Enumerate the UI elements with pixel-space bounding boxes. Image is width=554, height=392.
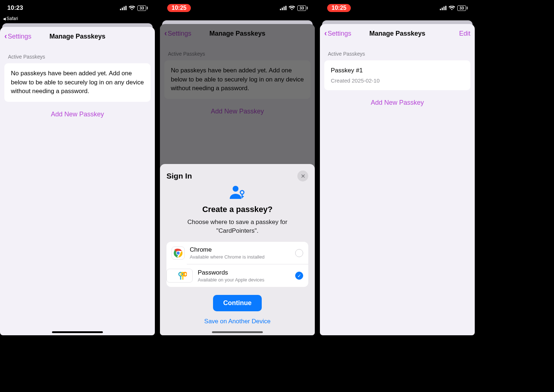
back-button[interactable]: ‹ Settings (4, 32, 31, 40)
back-label: Settings (328, 30, 351, 37)
empty-state-text: No passkeys have been added yet. Add one… (11, 70, 144, 95)
battery-icon: 33 (297, 5, 308, 11)
svg-rect-20 (440, 9, 441, 10)
passkey-name: Passkey #1 (331, 66, 464, 75)
nav-bar: ‹ Settings Manage Passkeys (0, 27, 155, 46)
svg-rect-5 (282, 8, 283, 10)
add-new-passkey-button[interactable]: Add New Passkey (0, 102, 155, 127)
svg-rect-2 (124, 7, 125, 10)
battery-icon: 33 (137, 5, 148, 11)
passkey-icon (166, 185, 308, 201)
option-desc: Available where Chrome is installed (190, 254, 290, 260)
phone-screen-3: 10:25 33 ‹ Settings Manage Passkeys Edit (320, 0, 475, 335)
passkey-created: Created 2025-02-10 (331, 77, 464, 85)
cellular-icon (120, 6, 127, 10)
status-right: 33 (440, 5, 467, 11)
svg-point-9 (240, 191, 244, 194)
status-time: 10:23 (7, 4, 23, 12)
svg-rect-3 (125, 6, 127, 10)
content-area: ‹ Settings Manage Passkeys Active Passke… (160, 24, 315, 335)
chevron-left-icon: ‹ (4, 32, 7, 40)
status-right: 33 (280, 5, 308, 11)
status-bar: 10:25 33 (160, 0, 315, 16)
nav-bar: ‹ Settings Manage Passkeys Edit (320, 24, 475, 43)
option-chrome[interactable]: Chrome Available where Chrome is install… (166, 242, 308, 264)
option-desc: Available on your Apple devices (198, 277, 290, 283)
continue-button[interactable]: Continue (213, 295, 262, 311)
breadcrumb[interactable]: ◀ Safari (0, 16, 155, 23)
back-button[interactable]: ‹ Settings (324, 29, 351, 37)
chevron-left-icon: ‹ (324, 29, 327, 37)
close-icon: ✕ (301, 173, 305, 180)
option-name: Passwords (198, 269, 290, 276)
cellular-icon (280, 6, 286, 10)
wifi-icon (129, 6, 135, 10)
edit-button[interactable]: Edit (459, 30, 470, 37)
svg-rect-23 (445, 6, 446, 10)
option-name: Chrome (190, 246, 290, 253)
back-triangle-icon: ◀ (3, 17, 6, 21)
wifi-icon (449, 6, 455, 10)
passwords-app-icon (166, 269, 193, 283)
svg-rect-18 (182, 276, 184, 280)
cellular-icon (440, 6, 446, 10)
svg-rect-16 (180, 276, 181, 280)
svg-rect-0 (120, 9, 121, 10)
status-bar: 10:25 33 (320, 0, 475, 16)
battery-icon: 33 (457, 5, 467, 11)
add-new-passkey-button[interactable]: Add New Passkey (320, 90, 475, 115)
wifi-icon (289, 6, 295, 10)
svg-rect-6 (284, 7, 285, 10)
home-indicator[interactable] (212, 331, 263, 333)
svg-rect-22 (443, 7, 445, 10)
save-on-another-device-link[interactable]: Save on Another Device (166, 318, 308, 325)
svg-point-8 (233, 186, 238, 192)
svg-rect-4 (280, 9, 281, 10)
sheet-header: Sign In (166, 172, 192, 180)
home-indicator[interactable] (52, 331, 103, 333)
status-bar: 10:23 33 (0, 0, 155, 16)
content-area: ‹ Settings Manage Passkeys Edit Active P… (320, 24, 475, 335)
back-label: Settings (8, 33, 31, 40)
phone-screen-1: 10:23 33 ◀ Safari ‹ Settings Manage Pas (0, 0, 155, 335)
status-right: 33 (120, 5, 148, 11)
section-header: Active Passkeys (320, 43, 475, 60)
empty-state-cell: No passkeys have been added yet. Add one… (4, 63, 150, 102)
phone-screen-2: 10:25 33 ‹ Settings Manage Passkeys A (160, 0, 315, 335)
radio-checked[interactable]: ✓ (295, 272, 303, 280)
status-time-pill[interactable]: 10:25 (167, 4, 191, 12)
content-area: ‹ Settings Manage Passkeys Active Passke… (0, 27, 155, 335)
status-time-pill[interactable]: 10:25 (327, 4, 351, 12)
sheet-title: Create a passkey? (166, 205, 308, 214)
breadcrumb-label: Safari (7, 16, 18, 21)
section-header: Active Passkeys (0, 46, 155, 63)
radio-unchecked[interactable] (295, 249, 303, 257)
svg-rect-1 (122, 8, 123, 10)
option-passwords[interactable]: Passwords Available on your Apple device… (187, 264, 308, 287)
sign-in-sheet: Sign In ✕ Create a passkey? Choose w (160, 164, 315, 335)
close-button[interactable]: ✕ (297, 171, 308, 181)
save-options-list: Chrome Available where Chrome is install… (166, 242, 308, 287)
passkey-cell[interactable]: Passkey #1 Created 2025-02-10 (324, 60, 470, 90)
svg-rect-11 (242, 196, 244, 197)
sheet-subtitle: Choose where to save a passkey for "Card… (166, 218, 308, 235)
svg-rect-7 (285, 6, 286, 10)
chrome-icon (172, 247, 185, 260)
svg-rect-21 (442, 8, 443, 10)
